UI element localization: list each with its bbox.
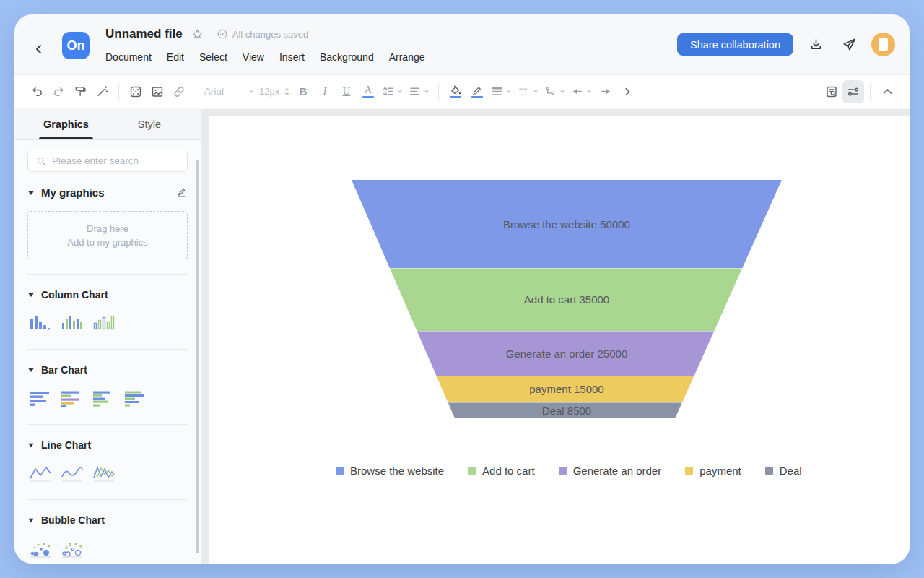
menu-edit[interactable]: Edit — [167, 51, 184, 63]
tab-style[interactable]: Style — [134, 109, 165, 139]
legend-item-3[interactable]: payment — [685, 465, 741, 477]
section-line-chart[interactable]: Line Chart — [27, 439, 188, 451]
funnel-segment-2[interactable]: Generate an order 25000 — [352, 331, 782, 376]
line-width-button[interactable] — [488, 80, 515, 103]
settings-panel-button[interactable] — [842, 80, 864, 103]
section-bubble-chart[interactable]: Bubble Chart — [27, 514, 188, 526]
line-style-button[interactable] — [515, 80, 541, 103]
section-column-chart[interactable]: Column Chart — [27, 289, 188, 301]
funnel-segment-label: Generate an order 25000 — [506, 348, 627, 360]
edit-pencil-icon[interactable] — [175, 186, 188, 199]
bar-chart-2-thumbnail[interactable] — [59, 388, 85, 410]
sidebar-divider — [27, 499, 188, 500]
font-size-stepper[interactable]: 12px — [257, 80, 292, 103]
fill-color-swatch — [450, 96, 461, 98]
share-collaboration-button[interactable]: Share collaboration — [677, 33, 793, 56]
favorite-star-icon[interactable] — [191, 28, 204, 40]
stepper-arrows-icon — [284, 87, 290, 97]
bar-chart-3-thumbnail[interactable] — [91, 388, 117, 410]
menu-document[interactable]: Document — [105, 51, 152, 63]
menu-view[interactable]: View — [243, 51, 264, 63]
section-label: Bubble Chart — [41, 514, 105, 526]
search-input[interactable] — [52, 155, 180, 166]
connector-button[interactable] — [541, 80, 568, 103]
funnel-segment-4[interactable]: Deal 8500 — [352, 402, 782, 418]
send-button[interactable] — [838, 34, 860, 56]
arrow-start-button[interactable] — [568, 80, 595, 103]
connector-icon — [544, 85, 557, 98]
chevron-down-icon — [423, 88, 430, 95]
menu-arrange[interactable]: Arrange — [389, 51, 425, 63]
align-lines-icon — [408, 85, 422, 98]
document-page[interactable]: Browse the website 50000Add to cart 3500… — [209, 116, 910, 564]
underline-button[interactable]: U — [336, 80, 357, 103]
drag-drop-zone[interactable]: Drag here Add to my graphics — [27, 211, 188, 259]
insert-link-button[interactable] — [168, 80, 190, 103]
funnel-segment-label: payment 15000 — [529, 383, 603, 395]
bold-button[interactable]: B — [292, 80, 314, 103]
legend-item-0[interactable]: Browse the website — [336, 465, 444, 477]
funnel-chart[interactable]: Browse the website 50000Add to cart 3500… — [336, 180, 827, 477]
bar-chart-1-thumbnail[interactable] — [27, 388, 53, 410]
section-label: Column Chart — [41, 289, 108, 301]
funnel-segment-0[interactable]: Browse the website 50000 — [352, 180, 782, 268]
align-button[interactable] — [406, 80, 432, 103]
arrow-end-button[interactable] — [595, 80, 616, 103]
funnel-shape[interactable]: Browse the website 50000Add to cart 3500… — [352, 180, 782, 418]
format-painter-button[interactable] — [69, 80, 91, 103]
section-bar-chart[interactable]: Bar Chart — [27, 364, 188, 376]
paint-bucket-icon — [449, 85, 462, 95]
bubble-chart-2-thumbnail[interactable] — [59, 538, 85, 560]
line-chart-thumbnails — [27, 463, 188, 485]
bar-chart-4-thumbnail[interactable] — [123, 388, 149, 410]
insert-table-button[interactable] — [125, 80, 147, 103]
funnel-segment-1[interactable]: Add to cart 35000 — [352, 268, 782, 330]
app-logo[interactable]: On — [62, 32, 90, 59]
menu-select[interactable]: Select — [199, 51, 227, 63]
collapse-toolbar-button[interactable] — [876, 80, 898, 103]
column-chart-2-thumbnail[interactable] — [59, 313, 85, 335]
document-title[interactable]: Unnamed file — [105, 27, 183, 41]
column-chart-1-thumbnail[interactable] — [27, 313, 53, 335]
sidebar-scrollbar[interactable] — [196, 160, 199, 553]
funnel-segment-3[interactable]: payment 15000 — [352, 376, 782, 403]
undo-button[interactable] — [26, 80, 48, 103]
font-color-button[interactable]: A — [357, 80, 379, 103]
italic-button[interactable]: I — [314, 80, 336, 103]
magic-wand-button[interactable] — [91, 80, 113, 103]
legend-item-2[interactable]: Generate an order — [559, 465, 662, 477]
tab-style-label: Style — [138, 118, 161, 130]
legend-item-1[interactable]: Add to cart — [468, 465, 535, 477]
stroke-color-button[interactable] — [466, 80, 488, 103]
legend-item-4[interactable]: Deal — [765, 465, 802, 477]
tab-graphics[interactable]: Graphics — [39, 109, 93, 139]
font-family-select[interactable]: Arial — [202, 80, 257, 103]
line-spacing-button[interactable] — [379, 80, 406, 103]
find-replace-button[interactable] — [821, 80, 842, 103]
back-button[interactable] — [32, 39, 52, 59]
top-bar: On Unnamed file All changes saved Docume… — [14, 14, 910, 74]
download-button[interactable] — [805, 34, 827, 56]
stroke-color-swatch — [471, 96, 483, 98]
collapse-triangle-icon — [27, 517, 35, 524]
legend-swatch — [685, 467, 693, 475]
menu-insert[interactable]: Insert — [279, 51, 305, 63]
line-chart-1-thumbnail[interactable] — [27, 463, 53, 485]
column-chart-3-thumbnail[interactable] — [91, 313, 117, 335]
fill-color-button[interactable] — [445, 80, 466, 103]
menu-background[interactable]: Background — [320, 51, 374, 63]
line-chart-2-thumbnail[interactable] — [59, 463, 85, 485]
toolbar-more-button[interactable] — [616, 80, 638, 103]
tab-graphics-label: Graphics — [43, 118, 89, 130]
font-color-swatch — [362, 96, 374, 98]
user-avatar[interactable] — [871, 33, 895, 56]
chevron-down-icon — [532, 88, 539, 95]
insert-image-button[interactable] — [147, 80, 168, 103]
toolbar-divider — [118, 84, 119, 100]
funnel-segment-label: Browse the website 50000 — [503, 218, 630, 230]
bubble-chart-1-thumbnail[interactable] — [27, 538, 53, 560]
redo-button[interactable] — [48, 80, 69, 103]
line-chart-3-thumbnail[interactable] — [91, 463, 117, 485]
font-family-value: Arial — [204, 86, 246, 97]
my-graphics-header[interactable]: My graphics — [27, 186, 188, 199]
